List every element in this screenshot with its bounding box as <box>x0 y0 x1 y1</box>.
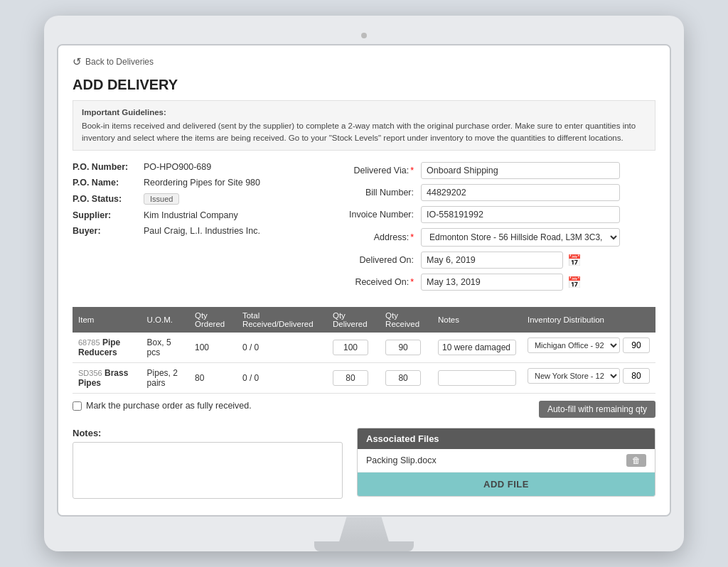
col-uom: U.O.M. <box>141 307 189 333</box>
qty-delivered-input[interactable] <box>333 340 368 355</box>
items-table: Item U.O.M. Qty Ordered Total Received/D… <box>73 307 655 394</box>
item-id-name: 68785 Pipe Reducers <box>73 333 141 363</box>
po-number-label: P.O. Number: <box>73 162 144 172</box>
qty-received-input[interactable] <box>385 370 421 386</box>
qty-delivered-input[interactable] <box>333 370 368 386</box>
po-name-label: P.O. Name: <box>73 178 144 188</box>
invoice-number-input[interactable] <box>421 206 620 223</box>
item-id-name: SD356 Brass Pipes <box>73 363 141 394</box>
delivered-via-input[interactable] <box>421 162 620 179</box>
item-notes <box>432 333 522 363</box>
supplier-value: Kim Industrial Company <box>144 210 238 220</box>
col-notes: Notes <box>432 307 522 333</box>
col-inv-dist: Inventory Distribution <box>522 307 655 333</box>
col-qty-delivered: Qty Delivered <box>327 307 380 333</box>
po-status-badge: Issued <box>144 193 179 205</box>
address-label: Address:* <box>336 232 421 242</box>
item-uom: Box, 5 pcs <box>141 333 189 363</box>
notes-input[interactable] <box>438 370 516 386</box>
delivered-on-calendar-icon[interactable]: 📅 <box>567 254 582 267</box>
back-icon: ↺ <box>73 55 82 68</box>
dist-location-select[interactable]: Michigan Office - 925 S Creyt <box>528 338 620 353</box>
item-qty-delivered <box>327 333 380 363</box>
invoice-number-label: Invoice Number: <box>336 210 421 220</box>
guidelines-text: Book-in items received and delivered (se… <box>82 122 636 142</box>
files-body: Packing Slip.docx 🗑 <box>358 449 655 472</box>
notes-label: Notes: <box>73 428 343 438</box>
guidelines-box: Important Guidelines: Book-in items rece… <box>73 100 655 151</box>
delivered-via-label: Delivered Via:* <box>336 166 421 176</box>
table-row: 68785 Pipe Reducers Box, 5 pcs 100 0 / 0… <box>73 333 655 363</box>
fully-received-checkbox[interactable] <box>73 401 82 411</box>
bill-number-input[interactable] <box>421 184 620 201</box>
page-title: ADD DELIVERY <box>73 77 655 93</box>
item-uom: Pipes, 2 pairs <box>141 363 189 394</box>
autofill-button[interactable]: Auto-fill with remaining qty <box>539 401 655 418</box>
item-qty-delivered <box>327 363 380 394</box>
bill-number-label: Bill Number: <box>336 188 421 198</box>
col-qty-ordered: Qty Ordered <box>189 307 237 333</box>
item-total-received: 0 / 0 <box>237 333 327 363</box>
associated-files-box: Associated Files Packing Slip.docx 🗑 ADD… <box>357 428 655 497</box>
item-notes <box>432 363 522 394</box>
po-number-value: PO-HPO900-689 <box>144 162 211 172</box>
item-dist: Michigan Office - 925 S Creyt <box>522 333 655 358</box>
item-qty-received <box>380 363 432 394</box>
item-qty-received <box>380 333 432 363</box>
item-qty-ordered: 100 <box>189 333 237 363</box>
item-qty-ordered: 80 <box>189 363 237 394</box>
received-on-label: Received On:* <box>336 277 421 287</box>
notes-textarea[interactable] <box>73 442 343 499</box>
fully-received-label: Mark the purchase order as fully receive… <box>86 401 252 411</box>
delivered-on-input[interactable] <box>421 252 563 269</box>
back-label: Back to Deliveries <box>85 57 154 67</box>
file-row: Packing Slip.docx 🗑 <box>358 449 655 472</box>
guidelines-title: Important Guidelines: <box>82 107 646 119</box>
po-name-value: Reordering Pipes for Site 980 <box>144 178 260 188</box>
item-dist: New York Store - 12 First Ave <box>522 363 655 389</box>
back-to-deliveries-link[interactable]: ↺ Back to Deliveries <box>73 55 655 68</box>
buyer-value: Paul Craig, L.I. Industries Inc. <box>144 226 260 236</box>
supplier-label: Supplier: <box>73 210 144 220</box>
col-qty-received: Qty Received <box>380 307 432 333</box>
address-select[interactable]: Edmonton Store - 56 Hillside Road, L3M 3… <box>421 228 620 247</box>
dist-location-select[interactable]: New York Store - 12 First Ave <box>528 368 620 384</box>
file-name: Packing Slip.docx <box>366 455 437 465</box>
item-total-received: 0 / 0 <box>237 363 327 394</box>
associated-files-header: Associated Files <box>358 428 655 449</box>
received-on-input[interactable] <box>421 274 563 291</box>
po-status-label: P.O. Status: <box>73 194 144 204</box>
buyer-label: Buyer: <box>73 226 144 236</box>
dist-qty-input[interactable] <box>623 368 650 384</box>
qty-received-input[interactable] <box>385 340 421 355</box>
file-delete-button[interactable]: 🗑 <box>626 454 646 467</box>
col-total-received: Total Received/Delivered <box>237 307 327 333</box>
add-file-button[interactable]: ADD FILE <box>358 472 655 496</box>
table-row: SD356 Brass Pipes Pipes, 2 pairs 80 0 / … <box>73 363 655 394</box>
dist-qty-input[interactable] <box>623 338 650 353</box>
received-on-calendar-icon[interactable]: 📅 <box>567 276 582 289</box>
delivered-on-label: Delivered On: <box>336 255 421 265</box>
notes-input[interactable] <box>438 340 516 355</box>
col-item: Item <box>73 307 141 333</box>
